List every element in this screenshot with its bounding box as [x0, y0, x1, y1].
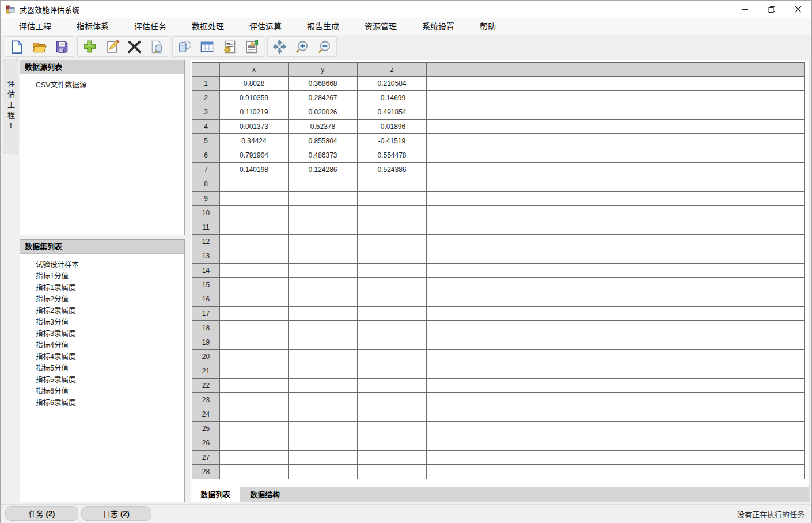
minimize-button[interactable] — [732, 1, 758, 18]
table-cell[interactable]: 0.210584 — [358, 77, 427, 91]
table-cell[interactable]: 0.791904 — [220, 148, 289, 163]
table-cell[interactable] — [358, 321, 427, 335]
table-cell[interactable] — [220, 451, 289, 465]
row-header-cell[interactable]: 21 — [192, 364, 220, 379]
dataset-item[interactable]: 指标5隶属度 — [20, 374, 184, 385]
table-cell[interactable]: 0.52378 — [289, 120, 358, 134]
row-header-cell[interactable]: 16 — [192, 292, 220, 307]
add-button[interactable] — [78, 37, 101, 56]
edit-button[interactable] — [101, 37, 123, 56]
table-cell[interactable]: 0.001373 — [220, 120, 289, 134]
row-header-cell[interactable]: 23 — [192, 393, 220, 407]
project-tab[interactable]: 评估工程1 — [3, 59, 18, 154]
table-cell[interactable] — [289, 307, 358, 321]
data-source-button[interactable] — [173, 37, 196, 56]
dataset-item[interactable]: 指标6隶属度 — [20, 397, 184, 409]
close-button[interactable] — [785, 1, 811, 18]
table-cell[interactable]: 0.554478 — [358, 148, 427, 163]
row-header-cell[interactable]: 13 — [192, 249, 220, 264]
table-cell[interactable] — [220, 192, 289, 206]
save-button[interactable] — [51, 37, 73, 56]
table-cell[interactable] — [289, 364, 358, 379]
table-cell[interactable] — [289, 379, 358, 393]
row-header-cell[interactable]: 15 — [192, 278, 220, 292]
table-cell[interactable]: 0.8028 — [220, 77, 289, 91]
preview-button[interactable] — [146, 37, 168, 56]
process-data-button[interactable] — [218, 37, 241, 56]
dataset-item[interactable]: 指标1分值 — [20, 270, 184, 282]
row-header-cell[interactable]: 5 — [192, 134, 220, 148]
table-cell[interactable] — [289, 422, 358, 436]
row-header-cell[interactable]: 25 — [192, 422, 220, 436]
row-header-cell[interactable]: 22 — [192, 379, 220, 393]
table-cell[interactable] — [358, 350, 427, 364]
table-cell[interactable] — [220, 465, 289, 479]
row-header-cell[interactable]: 1 — [192, 77, 220, 91]
grid-corner-cell[interactable] — [192, 63, 220, 77]
table-cell[interactable] — [289, 264, 358, 278]
table-cell[interactable] — [220, 220, 289, 235]
dataset-item[interactable]: 指标1隶属度 — [20, 282, 184, 293]
table-cell[interactable] — [289, 407, 358, 422]
table-cell[interactable] — [358, 451, 427, 465]
table-cell[interactable] — [220, 436, 289, 451]
table-cell[interactable] — [289, 465, 358, 479]
table-cell[interactable]: 0.491854 — [358, 105, 427, 120]
row-header-cell[interactable]: 17 — [192, 307, 220, 321]
dataset-item[interactable]: 指标4隶属度 — [20, 351, 184, 362]
table-cell[interactable] — [358, 307, 427, 321]
table-cell[interactable]: 0.34424 — [220, 134, 289, 148]
data-grid[interactable]: xyz 10.80280.3686680.21058420.9103590.28… — [192, 62, 805, 479]
table-cell[interactable] — [220, 364, 289, 379]
table-cell[interactable] — [220, 278, 289, 292]
table-cell[interactable] — [358, 264, 427, 278]
open-folder-button[interactable] — [28, 37, 51, 56]
report-data-button[interactable] — [241, 37, 263, 56]
data-table-button[interactable] — [196, 37, 218, 56]
row-header-cell[interactable]: 10 — [192, 206, 220, 220]
table-cell[interactable] — [358, 235, 427, 249]
table-cell[interactable] — [358, 278, 427, 292]
zoom-in-button[interactable] — [291, 37, 313, 56]
table-cell[interactable] — [220, 407, 289, 422]
table-cell[interactable] — [289, 192, 358, 206]
table-cell[interactable] — [220, 422, 289, 436]
dataset-item[interactable]: 指标2分值 — [20, 293, 184, 305]
table-cell[interactable] — [220, 350, 289, 364]
row-header-cell[interactable]: 7 — [192, 163, 220, 177]
menu-item-5[interactable]: 评估运算 — [237, 18, 294, 35]
table-cell[interactable] — [358, 407, 427, 422]
table-cell[interactable] — [220, 264, 289, 278]
table-cell[interactable]: 0.140198 — [220, 163, 289, 177]
table-cell[interactable] — [220, 321, 289, 335]
row-header-cell[interactable]: 14 — [192, 264, 220, 278]
table-cell[interactable] — [220, 307, 289, 321]
table-cell[interactable] — [289, 451, 358, 465]
table-cell[interactable]: -0.14699 — [358, 91, 427, 105]
table-cell[interactable]: 0.486373 — [289, 148, 358, 163]
grid-column-header[interactable]: x — [220, 63, 289, 77]
table-cell[interactable] — [358, 436, 427, 451]
table-cell[interactable] — [289, 177, 358, 192]
table-cell[interactable]: 0.855804 — [289, 134, 358, 148]
dataset-item[interactable]: 指标4分值 — [20, 339, 184, 351]
table-cell[interactable] — [220, 393, 289, 407]
row-header-cell[interactable]: 2 — [192, 91, 220, 105]
table-cell[interactable] — [220, 177, 289, 192]
table-cell[interactable] — [289, 235, 358, 249]
table-cell[interactable] — [358, 364, 427, 379]
table-cell[interactable] — [289, 278, 358, 292]
table-cell[interactable]: -0.41519 — [358, 134, 427, 148]
table-cell[interactable] — [358, 249, 427, 264]
menu-item-7[interactable]: 资源管理 — [352, 18, 409, 35]
menu-item-9[interactable]: 帮助 — [467, 18, 509, 35]
table-cell[interactable] — [358, 177, 427, 192]
row-header-cell[interactable]: 6 — [192, 148, 220, 163]
table-cell[interactable] — [289, 206, 358, 220]
row-header-cell[interactable]: 27 — [192, 451, 220, 465]
table-cell[interactable] — [289, 220, 358, 235]
row-header-cell[interactable]: 19 — [192, 335, 220, 350]
table-cell[interactable] — [220, 379, 289, 393]
menu-item-8[interactable]: 系统设置 — [409, 18, 467, 35]
menu-item-4[interactable]: 数据处理 — [179, 18, 237, 35]
